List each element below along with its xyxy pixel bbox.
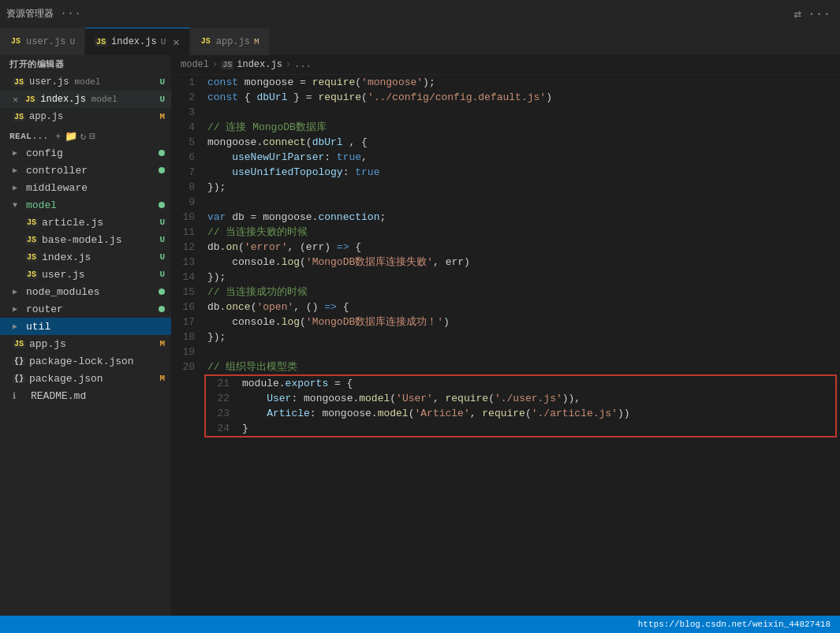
line-content-21: module.exports = {: [239, 376, 835, 391]
line-num-5: 5: [171, 135, 204, 150]
sync-icon[interactable]: ⇄: [794, 6, 802, 22]
file-name-package-lock: package-lock.json: [29, 356, 134, 367]
code-line-16: 16 db.once('open', () => {: [171, 300, 840, 315]
line-num-12: 12: [171, 240, 204, 255]
line-num-19: 19: [171, 344, 204, 359]
main: 打开的编辑器 JS user.js model U ✕ JS index.js …: [0, 55, 840, 616]
folder-name-node-modules: node_modules: [26, 286, 100, 298]
sidebar-open-app-js[interactable]: JS app.js M: [0, 108, 171, 125]
explorer-title: 资源管理器: [6, 7, 54, 20]
sidebar-folder-config[interactable]: ▶ config: [0, 144, 171, 162]
sidebar-folder-controller[interactable]: ▶ controller: [0, 162, 171, 179]
sidebar-icon-newfile[interactable]: +: [55, 131, 62, 143]
file-badge-base-model: U: [159, 235, 165, 244]
code-line-17: 17 console.log('MongoDB数据库连接成功！'): [171, 315, 840, 330]
tab-app-js[interactable]: JS app.js M: [190, 28, 270, 55]
file-name-app: app.js: [29, 338, 66, 350]
line-content-5: mongoose.connect(dbUrl , {: [204, 135, 840, 150]
line-num-15: 15: [171, 285, 204, 300]
open-file-close-index[interactable]: ✕: [13, 94, 18, 106]
code-editor[interactable]: 1 const mongoose = require('mongoose'); …: [171, 75, 840, 616]
code-line-21: 21 module.exports = {: [206, 376, 835, 391]
sidebar-file-package[interactable]: {} package.json M: [0, 370, 171, 387]
tab-icon-index: JS: [95, 38, 107, 47]
sidebar-file-article[interactable]: JS article.js U: [0, 214, 171, 231]
dot-node-modules: [159, 289, 165, 295]
tab-close-index[interactable]: ✕: [173, 35, 179, 49]
code-line-6: 6 useNewUrlParser: true,: [171, 150, 840, 165]
line-content-4: // 连接 MongoDB数据库: [204, 120, 840, 135]
tab-icon-user: JS: [9, 37, 22, 46]
file-icon-article: JS: [25, 218, 38, 227]
chevron-model: ▼: [13, 201, 22, 210]
line-num-7: 7: [171, 165, 204, 180]
bc-dots: ...: [294, 59, 312, 70]
chevron-node-modules: ▶: [13, 287, 22, 296]
file-icon-user: JS: [25, 270, 38, 279]
sidebar-file-base-model[interactable]: JS base-model.js U: [0, 231, 171, 248]
code-line-24: 24 }: [206, 421, 835, 436]
more-dots[interactable]: ···: [60, 7, 81, 20]
sidebar-folder-model[interactable]: ▼ model: [0, 196, 171, 214]
file-name-index: index.js: [42, 251, 91, 263]
sidebar-icon-refresh[interactable]: ↻: [80, 130, 87, 143]
open-file-badge-app: M: [159, 112, 165, 121]
line-content-15: // 当连接成功的时候: [204, 285, 840, 300]
open-file-icon-app: JS: [13, 113, 25, 121]
folder-name-controller: controller: [26, 165, 88, 177]
sidebar-icon-collapse[interactable]: ⊟: [89, 130, 95, 143]
sidebar-folder-middleware[interactable]: ▶ middleware: [0, 179, 171, 196]
line-num-10: 10: [171, 210, 204, 225]
line-num-13: 13: [171, 255, 204, 270]
sidebar: 打开的编辑器 JS user.js model U ✕ JS index.js …: [0, 55, 171, 616]
tab-index-js[interactable]: JS index.js U ✕: [85, 28, 190, 55]
sidebar-file-index[interactable]: JS index.js U: [0, 248, 171, 266]
line-num-8: 8: [171, 180, 204, 195]
sidebar-file-readme[interactable]: ℹ README.md: [0, 387, 171, 404]
open-file-tag-user: model: [74, 77, 100, 87]
code-lines: 1 const mongoose = require('mongoose'); …: [171, 75, 840, 616]
tab-user-js[interactable]: JS user.js U: [0, 28, 85, 55]
code-line-2: 2 const { dbUrl } = require('../config/c…: [171, 90, 840, 105]
file-name-package: package.json: [29, 373, 103, 385]
sidebar-root-row: REAL... + 📁 ↻ ⊟: [0, 125, 171, 144]
sidebar-icon-newfolder[interactable]: 📁: [65, 130, 77, 143]
sidebar-file-package-lock[interactable]: {} package-lock.json: [0, 352, 171, 370]
code-line-12: 12 db.on('error', (err) => {: [171, 240, 840, 255]
sidebar-open-index-js[interactable]: ✕ JS index.js model U: [0, 91, 171, 108]
bc-sep1: ›: [212, 59, 218, 70]
line-num-9: 9: [171, 195, 204, 210]
code-line-4: 4 // 连接 MongoDB数据库: [171, 120, 840, 135]
tab-badge-user: U: [69, 37, 75, 47]
code-line-22: 22 User: mongoose.model('User', require(…: [206, 391, 835, 406]
code-line-1: 1 const mongoose = require('mongoose');: [171, 75, 840, 90]
chevron-middleware: ▶: [13, 183, 22, 192]
line-num-1: 1: [171, 75, 204, 90]
sidebar-folder-router[interactable]: ▶ router: [0, 300, 171, 318]
dot-model: [159, 202, 165, 208]
status-bar: https://blog.csdn.net/weixin_44827418: [0, 616, 840, 633]
file-badge-package: M: [159, 374, 165, 383]
top-bar: 资源管理器 ··· ⇄ ···: [0, 0, 840, 28]
open-file-name-index: index.js: [40, 94, 86, 105]
line-content-1: const mongoose = require('mongoose');: [204, 75, 840, 90]
line-content-8: });: [204, 180, 840, 195]
more-icon[interactable]: ···: [808, 7, 831, 21]
chevron-router: ▶: [13, 304, 22, 314]
file-icon-readme: ℹ: [13, 391, 27, 401]
sidebar-open-user-js[interactable]: JS user.js model U: [0, 73, 171, 91]
line-content-18: });: [204, 330, 840, 344]
line-content-2: const { dbUrl } = require('../config/con…: [204, 90, 840, 105]
chevron-config: ▶: [13, 148, 22, 158]
sidebar-folder-util[interactable]: ▶ util: [0, 318, 171, 335]
dot-config: [159, 150, 165, 156]
line-content-17: console.log('MongoDB数据库连接成功！'): [204, 315, 840, 330]
sidebar-file-user[interactable]: JS user.js U: [0, 266, 171, 283]
file-name-readme: README.md: [31, 390, 86, 402]
sidebar-folder-node-modules[interactable]: ▶ node_modules: [0, 283, 171, 300]
line-num-14: 14: [171, 270, 204, 285]
code-line-5: 5 mongoose.connect(dbUrl , {: [171, 135, 840, 150]
tab-name-user: user.js: [26, 36, 65, 47]
sidebar-file-app[interactable]: JS app.js M: [0, 335, 171, 352]
code-line-23: 23 Article: mongoose.model('Article', re…: [206, 406, 835, 421]
